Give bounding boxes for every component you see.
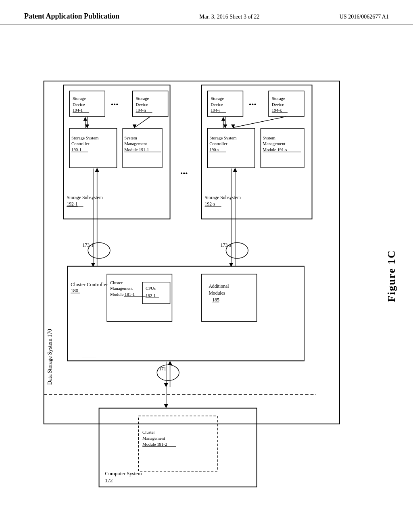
svg-marker-44: [221, 117, 225, 121]
sd-n-label2: Device: [136, 102, 148, 107]
svg-marker-42: [223, 125, 227, 129]
page-header: Patent Application Publication Mar. 3, 2…: [0, 0, 413, 25]
smm-1-label: System: [124, 135, 137, 140]
smm-1-label3: Module 191-1: [124, 147, 149, 152]
svg-marker-50: [233, 168, 237, 172]
smm-s-label2: Management: [263, 141, 285, 146]
svg-marker-55: [168, 361, 172, 365]
ssc-s-label: Storage System: [209, 135, 237, 140]
ssc-s-label2: Controller: [209, 141, 227, 146]
computer-system-label: Computer System: [105, 471, 142, 476]
storage-subsystem-s-num: 192-s: [205, 202, 215, 207]
ssc-1-label: Storage System: [71, 135, 99, 140]
svg-rect-2: [67, 266, 304, 361]
cpus-num: 182-1: [146, 293, 156, 298]
cluster-mgmt-2-label: Cluster: [142, 430, 155, 434]
svg-rect-8: [202, 274, 257, 321]
link-173-1-label: 173-1: [82, 243, 93, 248]
storage-subsystem-1-num: 192-1: [67, 202, 77, 207]
storage-subsystem-s-label: Storage Subsystem: [205, 195, 241, 200]
storage-subsystem-1-label: Storage Subsystem: [67, 195, 103, 200]
link-171-label: 171: [159, 366, 166, 372]
dots-1: •••: [111, 100, 118, 108]
svg-marker-21: [85, 125, 89, 129]
ssc-1-num: 190-1: [71, 147, 81, 152]
sd-1-label: Storage: [73, 96, 86, 101]
sd-k-num: 194-k: [272, 108, 282, 112]
cluster-mgmt-1-label3: Module 181-1: [110, 292, 135, 297]
svg-marker-25: [83, 117, 87, 121]
additional-modules-label: Additional: [209, 284, 229, 289]
cluster-mgmt-2-label3: Module 181-2: [142, 442, 167, 447]
data-storage-system-label: Data Storage System 170: [47, 329, 53, 385]
sd-k-label: Storage: [272, 96, 285, 101]
smm-s-label3: Module 191-s: [263, 147, 287, 152]
sd-1-num: 194-1: [73, 108, 83, 112]
patent-number: US 2016/0062677 A1: [340, 12, 389, 20]
cluster-mgmt-1-label2: Management: [110, 286, 133, 291]
sd-j-num: 194-j: [211, 108, 220, 112]
cluster-mgmt-2-label2: Management: [142, 436, 165, 441]
sd-k-label2: Device: [272, 102, 284, 107]
link-173-s-label: 173-s: [221, 243, 231, 248]
svg-marker-63: [164, 404, 168, 408]
cpus-label: CPUs: [146, 286, 156, 291]
sd-j-label2: Device: [211, 102, 223, 107]
svg-marker-29: [95, 168, 99, 172]
smm-1-label2: Management: [124, 141, 147, 146]
sd-n-label: Storage: [136, 96, 149, 101]
additional-modules-num: 185: [212, 297, 219, 303]
cluster-mgmt-1-label: Cluster: [110, 280, 123, 285]
ssc-s-num: 190-s: [209, 147, 219, 152]
cluster-controller-label: Cluster Controller: [71, 282, 108, 287]
publication-title: Patent Application Publication: [24, 12, 119, 21]
diagram-svg: Data Storage System 170 Cluster Controll…: [20, 36, 375, 520]
header-date-sheet: Mar. 3, 2016 Sheet 3 of 22: [199, 12, 259, 20]
computer-system-num: 172: [105, 478, 113, 483]
sd-j-label: Storage: [211, 96, 224, 101]
svg-line-22: [135, 116, 150, 127]
sd-n-num: 194-n: [136, 108, 146, 112]
svg-line-45: [233, 116, 286, 127]
ssc-1-label2: Controller: [71, 141, 90, 146]
cluster-controller-num: 180: [71, 288, 78, 293]
sd-1-label2: Device: [73, 102, 85, 107]
dots-2: •••: [249, 100, 256, 108]
smm-s-label: System: [263, 135, 275, 140]
additional-modules-label2: Modules: [209, 291, 225, 296]
dots-subsystems: •••: [180, 169, 188, 177]
svg-marker-46: [231, 125, 235, 129]
figure-label: Figure 1C: [386, 250, 398, 302]
